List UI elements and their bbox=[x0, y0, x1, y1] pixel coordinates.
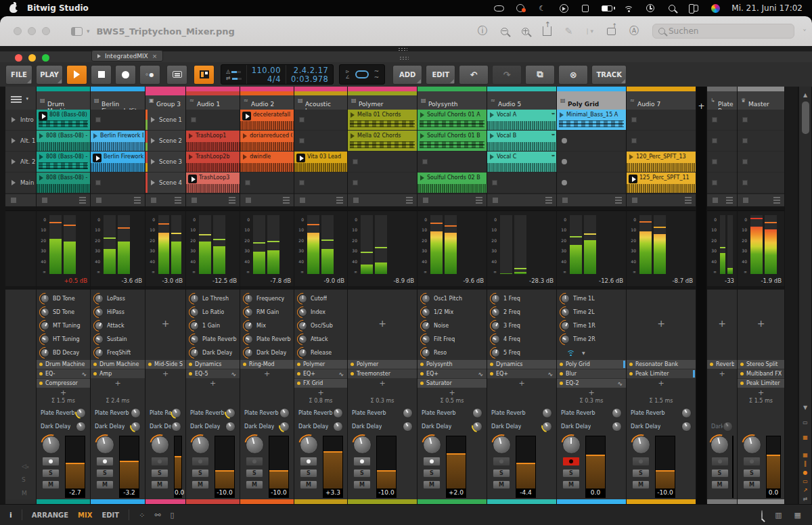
info-toggle[interactable]: i bbox=[9, 511, 12, 520]
comment-bubble-icon[interactable]: ▭ bbox=[799, 419, 811, 426]
grid-icon[interactable]: ▦ bbox=[799, 434, 811, 440]
clip-slot-empty[interactable] bbox=[707, 152, 737, 172]
device-enabled-icon[interactable] bbox=[629, 372, 633, 375]
send-knob[interactable] bbox=[542, 421, 552, 432]
send-knob[interactable] bbox=[279, 408, 290, 418]
clip[interactable]: Vocal B▾▾ bbox=[487, 131, 556, 151]
time-signature[interactable]: 4/4 bbox=[252, 75, 281, 83]
device-row[interactable]: Poly Grid bbox=[557, 360, 626, 369]
clock-icon[interactable] bbox=[645, 3, 656, 13]
device-row[interactable]: Blur bbox=[557, 369, 626, 378]
bitwig-zoom-button[interactable] bbox=[42, 54, 49, 62]
window-close-button[interactable] bbox=[14, 27, 22, 35]
clip-playing-icon[interactable] bbox=[39, 112, 47, 120]
redo-button[interactable]: ↷ bbox=[492, 65, 522, 85]
knob[interactable] bbox=[41, 294, 49, 303]
add-device-button[interactable]: + bbox=[707, 318, 737, 329]
device-enabled-icon[interactable] bbox=[39, 363, 43, 366]
apple-menu-icon[interactable] bbox=[9, 4, 18, 13]
record-arm-button[interactable] bbox=[743, 457, 761, 466]
window-minimize-button[interactable] bbox=[28, 27, 36, 35]
clip-slot-empty[interactable] bbox=[348, 152, 417, 172]
knob[interactable] bbox=[561, 335, 570, 344]
clip-slot-empty[interactable] bbox=[294, 173, 347, 193]
add-device-button[interactable]: + bbox=[145, 369, 185, 378]
zoom-search-icon[interactable] bbox=[761, 511, 763, 520]
device-enabled-icon[interactable] bbox=[148, 363, 152, 366]
knob[interactable] bbox=[41, 348, 49, 357]
clip-play-icon[interactable] bbox=[351, 112, 355, 118]
knob[interactable] bbox=[190, 294, 199, 303]
clip[interactable]: 808 (Bass-08) - H... bbox=[37, 173, 90, 193]
send-knob[interactable] bbox=[681, 421, 692, 432]
knob[interactable] bbox=[41, 321, 49, 330]
scene-play-icon[interactable] bbox=[151, 159, 155, 164]
clip-list-icon[interactable] bbox=[615, 197, 622, 204]
clip-slot-empty[interactable] bbox=[186, 110, 240, 130]
device-row[interactable]: Stereo Split bbox=[738, 360, 784, 369]
clip-play-icon[interactable] bbox=[93, 133, 97, 139]
duplicate-button[interactable]: ⧉ bbox=[525, 65, 555, 85]
clip-stop-button[interactable] bbox=[96, 198, 102, 203]
pan-knob[interactable] bbox=[493, 436, 511, 454]
volume-fader[interactable]: 0.0 bbox=[174, 436, 182, 498]
knob[interactable] bbox=[298, 335, 307, 344]
clip-play-icon[interactable] bbox=[351, 133, 355, 139]
track-header[interactable]: ▤Polymer bbox=[348, 87, 417, 110]
mute-button[interactable]: M bbox=[96, 480, 114, 489]
knob[interactable] bbox=[491, 321, 500, 330]
clip-slot-record[interactable] bbox=[557, 131, 626, 151]
zoom-out-icon[interactable] bbox=[501, 28, 508, 35]
device-enabled-icon[interactable] bbox=[560, 363, 563, 366]
dot-icon[interactable]: ● bbox=[799, 470, 811, 476]
mute-button[interactable]: M bbox=[151, 480, 168, 489]
mute-button[interactable]: M bbox=[632, 480, 650, 489]
clip-play-icon[interactable] bbox=[243, 154, 247, 160]
pan-knob[interactable] bbox=[743, 436, 761, 454]
device-enabled-icon[interactable] bbox=[420, 372, 424, 375]
mute-button[interactable]: M bbox=[743, 480, 761, 489]
record-arm-button[interactable] bbox=[423, 457, 441, 466]
solo-button[interactable]: S bbox=[191, 469, 209, 478]
pan-knob[interactable] bbox=[353, 436, 371, 454]
add-device-button[interactable]: + bbox=[294, 388, 347, 397]
add-track-button[interactable]: + bbox=[696, 101, 706, 111]
device-enabled-icon[interactable] bbox=[490, 363, 493, 366]
track-header[interactable]: ▤Poly Grid bbox=[557, 87, 626, 110]
search-icon[interactable] bbox=[667, 3, 677, 13]
device-enabled-icon[interactable] bbox=[490, 372, 493, 375]
knob[interactable] bbox=[298, 294, 307, 303]
device-row[interactable]: EQ+∿ bbox=[418, 369, 487, 378]
knob[interactable] bbox=[422, 348, 430, 357]
device-row[interactable]: Compressor bbox=[37, 379, 90, 388]
solo-button[interactable]: S bbox=[632, 469, 650, 478]
solo-button[interactable]: S bbox=[96, 469, 114, 478]
swap-icon[interactable]: ⇄ bbox=[799, 496, 811, 502]
send-knob[interactable] bbox=[76, 408, 86, 418]
knob[interactable] bbox=[298, 348, 307, 357]
clip-playing-icon[interactable] bbox=[242, 112, 251, 120]
knob[interactable] bbox=[244, 335, 253, 344]
game-controller-icon[interactable] bbox=[493, 3, 504, 13]
device-row[interactable]: EQ-2∿ bbox=[557, 379, 626, 388]
zoom-in-icon[interactable] bbox=[522, 28, 529, 35]
scene-play-icon[interactable] bbox=[12, 180, 16, 185]
add-device-button[interactable]: + bbox=[738, 388, 784, 397]
knob[interactable] bbox=[41, 335, 49, 344]
clip-play-icon[interactable] bbox=[490, 154, 494, 160]
tab-edit[interactable]: EDIT bbox=[102, 511, 119, 519]
record-arm-button[interactable] bbox=[300, 457, 317, 466]
clip-stop-button[interactable] bbox=[300, 198, 305, 203]
record-arm-button[interactable] bbox=[711, 457, 729, 466]
mute-all-icon[interactable]: ◁ₓ bbox=[22, 463, 29, 470]
clip-stop-button[interactable] bbox=[713, 198, 718, 203]
device-enabled-icon[interactable] bbox=[93, 372, 97, 375]
device-row[interactable]: Multiband FX-3 bbox=[738, 369, 784, 378]
loop-toggle-icon[interactable] bbox=[355, 70, 369, 78]
knob[interactable] bbox=[422, 308, 430, 317]
clip[interactable]: dorianreduced C bbox=[240, 131, 294, 151]
mute-button[interactable]: M bbox=[423, 480, 441, 489]
clip-list-icon[interactable] bbox=[773, 197, 780, 204]
clip-play-icon[interactable] bbox=[39, 154, 43, 160]
track-header[interactable]: ▤Polysynth bbox=[418, 87, 487, 110]
